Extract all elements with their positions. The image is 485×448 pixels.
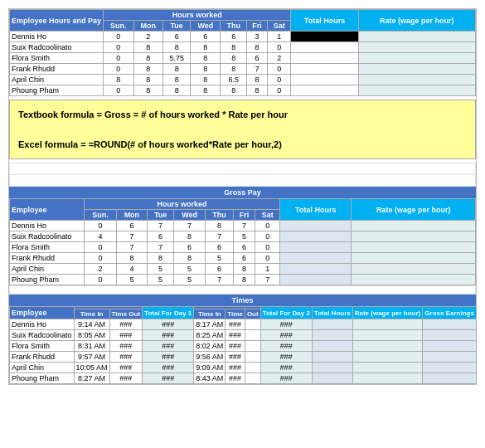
table-row: April Chin 2455681 [10,264,476,275]
table-row: April Chin 88886.580 [10,75,476,85]
fri-header: Fri [247,21,268,32]
table-row: Suix Radcoolinato 4768750 [10,231,476,242]
sat-header: Sat [267,21,290,32]
table-row: Phoung Pham 0555787 [10,275,476,285]
section2-header-row1: Employee Hours worked Total Hours Rate (… [10,199,476,210]
sun-header: Sun. [104,21,134,32]
times-section-label: Times [9,295,476,306]
total-hours-header: Total Hours [291,10,358,32]
section1-table: Employee Hours and Pay Hours worked Tota… [9,9,476,96]
table-row: Flora Smith 085.758862 [10,53,476,64]
table-row: Frank Rhudd 0888870 [10,64,476,75]
table-row: Flora Smith 8:31 AM###### 8:02 AM###### [10,341,477,352]
hours-worked-header: Hours worked [104,10,291,21]
table-row: Dennis Ho 0266631 [10,32,476,42]
s2-employee-header: Employee [10,199,85,221]
table-row: Frank Rhudd 0888560 [10,253,476,264]
s2-rate-header: Rate (wage per hour) [352,199,476,221]
table-row: Phoung Pham 8:27 AM###### 8:43 AM###### [10,373,477,384]
s2-hours-header: Hours worked [85,199,280,210]
table-row: Dennis Ho 0677870 [10,221,476,231]
employee-header: Employee Hours and Pay [10,10,104,32]
rate-header: Rate (wage per hour) [358,10,475,32]
formula1-text: Textbook formula = Gross = # of hours wo… [18,110,288,119]
table-row: Flora Smith 0776660 [10,242,476,253]
table-row: Phoung Pham 0888880 [10,85,476,96]
formula-box: Textbook formula = Gross = # of hours wo… [9,100,476,159]
section1-header-row1: Employee Hours and Pay Hours worked Tota… [10,10,476,21]
table-row: Dennis Ho 9:14 AM###### 8:17 AM###### [10,319,477,330]
mon-header: Mon [133,21,162,32]
section2-table: Employee Hours worked Total Hours Rate (… [9,198,476,285]
formula2-text: Excel formula = =ROUND(# of hours worked… [18,139,282,149]
table-row: April Chin 10:05 AM###### 9:09 AM###### [10,363,477,373]
gross-pay-section-label: Gross Pay [9,187,476,198]
thu-header: Thu [221,21,247,32]
tue-header: Tue [162,21,191,32]
section3-table: Employee Total For Day 1 Total For Day 2… [9,306,477,384]
s3-employee-header: Employee [10,307,75,319]
table-row: Suix Radcoolinato 8:05 AM###### 8:25 AM#… [10,330,477,341]
table-row: Frank Rhudd 9:57 AM###### 9:56 AM###### [10,352,477,363]
s2-total-header: Total Hours [280,199,352,221]
table-row: Suix Radcoolinato 0888880 [10,42,476,53]
wed-header: Wed [191,21,221,32]
